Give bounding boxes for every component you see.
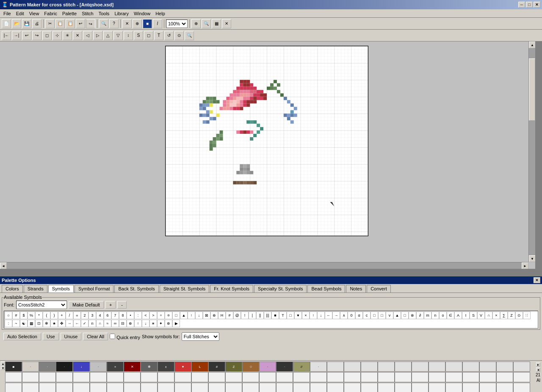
symbol-cell[interactable]: ⊙ — [515, 312, 523, 319]
symbol-cell[interactable]: ∩ — [485, 312, 492, 319]
color-cell[interactable] — [378, 362, 395, 372]
menu-edit[interactable]: Edit — [14, 10, 27, 17]
tab-back-st-symbols[interactable]: Back St. Symbols — [114, 285, 158, 293]
color-cell[interactable] — [378, 383, 395, 392]
redo-button[interactable]: ↩ — [86, 19, 95, 28]
color-cell[interactable] — [293, 383, 310, 392]
tb2-down[interactable]: ▽ — [113, 31, 123, 40]
symbol-cell[interactable]: @ — [233, 312, 241, 319]
symbol-cell[interactable]: 8 — [119, 312, 127, 319]
color-cell[interactable] — [429, 383, 445, 392]
symbol-cell[interactable]: % — [28, 312, 35, 319]
color-cell[interactable]: × — [107, 362, 124, 372]
color-cell[interactable] — [141, 372, 158, 382]
symbol-cell[interactable]: Z — [508, 312, 515, 319]
tab-symbol-format[interactable]: Symbol Format — [75, 285, 114, 293]
color-cell[interactable]: ■ — [5, 362, 22, 372]
tb2-btn2[interactable]: →| — [12, 31, 21, 40]
color-cell[interactable] — [344, 383, 361, 392]
color-cell[interactable] — [56, 372, 73, 382]
new-button[interactable]: 📄 — [2, 19, 11, 28]
color-cell[interactable] — [462, 383, 479, 392]
symbol-cell[interactable]: ≈ — [104, 320, 111, 327]
color-cell[interactable] — [344, 362, 361, 372]
search-button[interactable]: 🔍 — [202, 19, 211, 28]
menu-window[interactable]: Window — [131, 10, 153, 17]
scroll-up-button[interactable]: ▲ — [529, 41, 535, 48]
symbol-cell[interactable]: ⊠ — [203, 312, 210, 319]
menu-view[interactable]: View — [27, 10, 42, 17]
minus-button[interactable]: - — [117, 301, 127, 309]
color-cell[interactable] — [141, 383, 158, 392]
symbol-cell[interactable]: H — [218, 312, 226, 319]
color-cell[interactable] — [445, 372, 462, 382]
color-cell[interactable] — [124, 383, 141, 392]
view-button[interactable]: ⊕ — [191, 19, 201, 28]
symbol-cell[interactable]: ( — [43, 312, 50, 319]
symbol-cell[interactable]: ✦ — [157, 320, 165, 327]
tb2-rotate[interactable]: ↺ — [164, 31, 174, 40]
color-cell[interactable] — [479, 372, 496, 382]
symbol-cell[interactable]: ↓ — [142, 320, 149, 327]
symbol-cell[interactable]: ▲ — [393, 312, 401, 319]
symbol-cell[interactable]: 6 — [104, 312, 111, 319]
undo-button[interactable]: ↩ — [76, 19, 85, 28]
symbol-cell[interactable]: ⊟ — [119, 320, 127, 327]
tb2-x[interactable]: ✕ — [73, 31, 82, 40]
color-cell[interactable]: · — [310, 362, 327, 372]
symbol-cell[interactable]: ← — [73, 320, 81, 327]
color-cell[interactable] — [107, 372, 124, 382]
color-cell[interactable] — [479, 383, 496, 392]
symbol-cell[interactable]: n — [88, 320, 96, 327]
symbol-cell[interactable]: 7 — [111, 312, 119, 319]
symbol-cell[interactable]: ▶ — [172, 320, 180, 327]
color-cell[interactable] — [73, 383, 90, 392]
menu-file[interactable]: File — [1, 10, 14, 17]
fill-button[interactable]: ■ — [143, 19, 152, 28]
color-cell[interactable]: ☆ — [242, 362, 259, 372]
close-button[interactable]: ✕ — [534, 2, 540, 8]
symbol-cell[interactable]: T — [279, 312, 287, 319]
italic-button[interactable]: I — [153, 19, 162, 28]
color-cell[interactable] — [107, 383, 124, 392]
tab-symbols[interactable]: Symbols — [48, 285, 74, 293]
unuse-button[interactable]: Unuse — [61, 333, 82, 340]
color-cell[interactable] — [5, 383, 22, 392]
palette-scroll-right[interactable]: ► — [536, 362, 540, 367]
open-button[interactable]: 📂 — [12, 19, 21, 28]
menu-tools[interactable]: Tools — [96, 10, 112, 17]
symbol-cell[interactable]: ⊡ — [35, 320, 43, 327]
color-cell[interactable] — [412, 383, 429, 392]
title-bar-controls[interactable]: ─ □ ✕ — [518, 2, 540, 8]
save-button[interactable]: 💾 — [22, 19, 31, 28]
color-cell[interactable] — [191, 383, 208, 392]
symbol-cell[interactable]: ⊕ — [165, 320, 172, 327]
zoom-in-button[interactable]: 🔍 — [99, 19, 108, 28]
symbol-cell[interactable]: V — [477, 312, 485, 319]
tb2-star[interactable]: ✳ — [63, 31, 72, 40]
color-cell[interactable] — [479, 362, 496, 372]
tb2-redo[interactable]: ↪ — [32, 31, 41, 40]
color-cell[interactable] — [412, 362, 429, 372]
color-cell[interactable] — [124, 372, 141, 382]
color-cell[interactable] — [259, 372, 276, 382]
symbol-cell[interactable]: ✓ — [81, 320, 88, 327]
tb2-up[interactable]: △ — [103, 31, 113, 40]
color-cell[interactable] — [445, 362, 462, 372]
symbol-cell[interactable]: ∂ — [416, 312, 424, 319]
symbol-cell[interactable]: ↑ — [310, 312, 317, 319]
menu-palette[interactable]: Palette — [60, 10, 79, 17]
symbol-cell[interactable]: = — [73, 312, 81, 319]
copy-button[interactable]: 📋 — [55, 19, 65, 28]
color-cell[interactable] — [5, 372, 22, 382]
color-cell[interactable] — [191, 372, 208, 382]
color-cell[interactable]: · — [22, 362, 39, 372]
symbol-cell[interactable]: ✤ — [58, 320, 66, 327]
tb2-undo[interactable]: ↩ — [22, 31, 31, 40]
symbol-cell[interactable]: I — [462, 312, 470, 319]
symbol-cell[interactable]: ⊗ — [409, 312, 416, 319]
color-cell[interactable] — [158, 372, 174, 382]
symbol-cell[interactable]: m — [424, 312, 431, 319]
tab-convert[interactable]: Convert — [367, 285, 391, 293]
color-cell[interactable] — [39, 383, 56, 392]
